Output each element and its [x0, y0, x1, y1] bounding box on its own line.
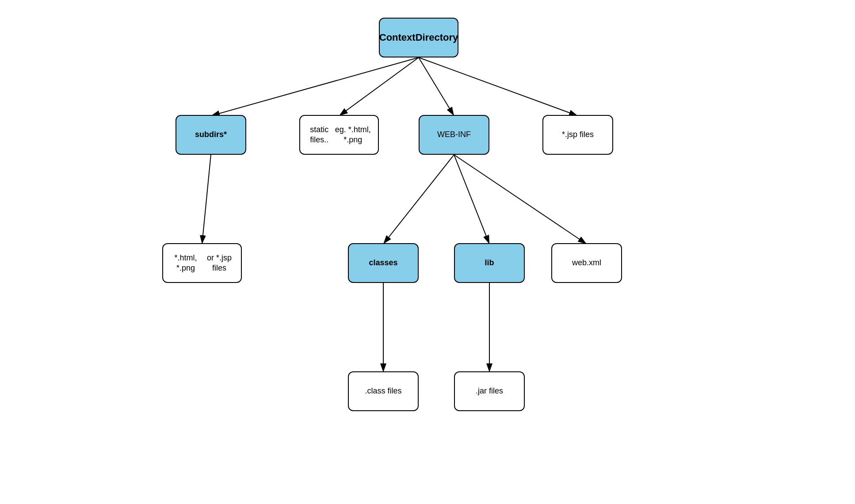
- svg-line-6: [383, 155, 454, 244]
- node-label-line: Directory: [416, 31, 458, 44]
- diagram: ContextDirectorysubdirs*static files..eg…: [118, 9, 737, 495]
- svg-line-3: [419, 57, 454, 116]
- node-classfiles: .class files: [348, 371, 419, 411]
- svg-line-2: [339, 57, 419, 116]
- node-jspfiles: *.jsp files: [542, 115, 613, 155]
- svg-line-1: [211, 57, 419, 116]
- node-label-line: static files..: [305, 125, 333, 145]
- node-context: ContextDirectory: [379, 18, 458, 57]
- node-lib: lib: [454, 243, 525, 283]
- svg-line-8: [454, 155, 587, 244]
- node-webinf: WEB-INF: [419, 115, 489, 155]
- node-webxml: web.xml: [551, 243, 622, 283]
- node-jarfiles: .jar files: [454, 371, 525, 411]
- node-label-line: or *.jsp files: [203, 253, 236, 274]
- node-htmlpng: *.html, *.pngor *.jsp files: [162, 243, 242, 283]
- node-label-line: Context: [379, 31, 416, 44]
- node-label-line: eg. *.html, *.png: [333, 125, 373, 145]
- node-static: static files..eg. *.html, *.png: [299, 115, 379, 155]
- svg-line-7: [454, 155, 489, 244]
- svg-line-4: [419, 57, 578, 116]
- node-label-line: *.html, *.png: [168, 253, 203, 274]
- node-subdirs: subdirs*: [176, 115, 246, 155]
- node-classes: classes: [348, 243, 419, 283]
- svg-line-5: [202, 155, 211, 244]
